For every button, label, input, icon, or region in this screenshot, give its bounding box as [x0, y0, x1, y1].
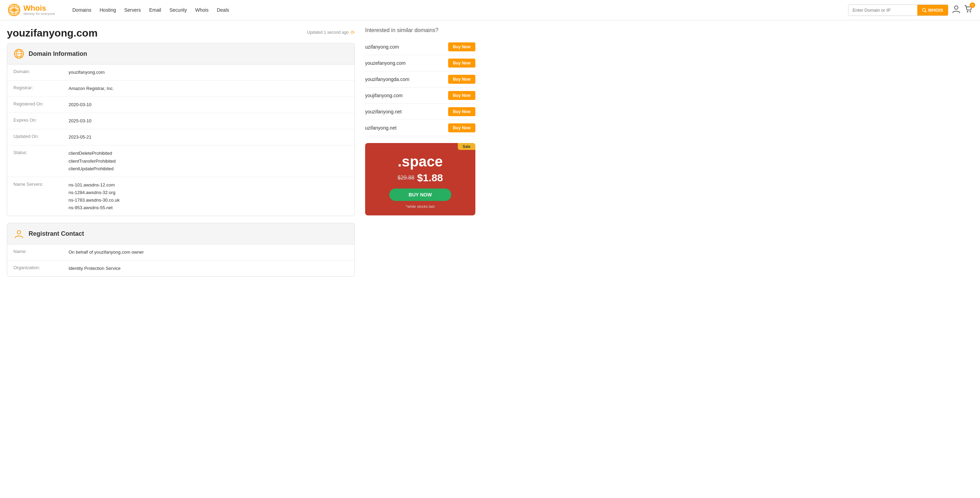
domain-info-field-5: Status: clientDeleteProhibitedclientTran…: [7, 145, 355, 177]
right-column: Interested in similar domains? uzifanyon…: [365, 27, 476, 284]
similar-domain-row-5: uzifanyong.net Buy Now: [365, 120, 476, 136]
logo-icon: [7, 3, 21, 17]
main-content: youzifanyong.com Updated 1 second ago ⟳: [0, 20, 482, 290]
svg-line-4: [925, 11, 926, 12]
account-icon-wrapper[interactable]: [952, 5, 961, 16]
field-label-domain: Domain:: [13, 69, 68, 74]
registrant-field-1: Organization: Identity Protection Servic…: [7, 260, 355, 276]
registrant-contact-card-header: Registrant Contact: [7, 223, 355, 244]
svg-point-5: [955, 6, 958, 9]
similar-domains-title: Interested in similar domains?: [365, 27, 476, 34]
updated-info: Updated 1 second ago ⟳: [307, 30, 355, 35]
buy-now-button-4[interactable]: Buy Now: [448, 107, 476, 116]
field-value-registered-on: 2020-03-10: [68, 101, 92, 109]
domain-info-field-3: Expires On: 2025-03-10: [7, 113, 355, 129]
sale-buy-button[interactable]: BUY NOW: [389, 188, 451, 201]
nav-deals[interactable]: Deals: [213, 5, 232, 15]
logo-brand-text: Whois: [24, 5, 55, 12]
field-value-org: Identity Protection Service: [68, 265, 121, 272]
page-title: youzifanyong.com: [7, 27, 97, 39]
nav-domains[interactable]: Domains: [69, 5, 95, 15]
field-label-updated-on: Updated On:: [13, 133, 68, 139]
domain-info-field-0: Domain: youzifanyong.com: [7, 64, 355, 81]
main-nav: Domains Hosting Servers Email Security W…: [69, 5, 841, 15]
similar-domain-row-0: uzifanyong.com Buy Now: [365, 39, 476, 55]
cart-icon-wrapper[interactable]: 0: [964, 5, 973, 16]
registrant-icon: [13, 228, 24, 239]
search-icon: [922, 8, 927, 13]
domain-info-field-6: Name Servers: ns-101.awsdns-12.comns-128…: [7, 177, 355, 216]
similar-domain-name-1: youzefanyong.com: [365, 60, 406, 66]
similar-domain-name-5: uzifanyong.net: [365, 125, 396, 131]
domain-info-title: Domain Information: [29, 50, 87, 57]
similar-domain-row-1: youzefanyong.com Buy Now: [365, 55, 476, 71]
svg-point-7: [970, 11, 971, 13]
registrant-contact-title: Registrant Contact: [29, 230, 84, 238]
buy-now-button-3[interactable]: Buy Now: [448, 91, 476, 100]
sale-note: *while stocks last: [372, 204, 468, 209]
registrant-contact-card: Registrant Contact Name: On behalf of yo…: [7, 223, 355, 277]
registrant-field-0: Name: On behalf of youzifanyong.com owne…: [7, 244, 355, 260]
updated-text: Updated 1 second ago: [307, 30, 348, 35]
field-label-org: Organization:: [13, 265, 68, 270]
sale-new-price: $1.88: [417, 172, 443, 184]
whois-search-label: WHOIS: [928, 8, 943, 13]
similar-domain-row-2: youzifanyongda.com Buy Now: [365, 71, 476, 88]
logo[interactable]: Whois Identity for everyone: [7, 3, 62, 17]
similar-domain-name-3: youjifanyong.com: [365, 93, 402, 98]
field-value-domain: youzifanyong.com: [68, 69, 105, 76]
buy-now-button-1[interactable]: Buy Now: [448, 59, 476, 67]
field-label-expires-on: Expires On:: [13, 117, 68, 123]
field-label-registered-on: Registered On:: [13, 101, 68, 107]
domain-info-field-1: Registrar: Amazon Registrar, Inc.: [7, 81, 355, 97]
similar-domain-name-0: uzifanyong.com: [365, 44, 399, 49]
similar-domain-row-3: youjifanyong.com Buy Now: [365, 88, 476, 104]
cart-badge: 0: [970, 2, 975, 8]
nav-email[interactable]: Email: [146, 5, 165, 15]
field-value-name: On behalf of youzifanyong.com owner: [68, 249, 144, 256]
svg-point-11: [17, 231, 21, 234]
logo-tagline: Identity for everyone: [24, 12, 55, 16]
field-value-status: clientDeleteProhibitedclientTransferProh…: [68, 150, 116, 172]
nav-servers[interactable]: Servers: [121, 5, 144, 15]
buy-now-button-0[interactable]: Buy Now: [448, 42, 476, 51]
field-label-registrar: Registrar:: [13, 85, 68, 90]
sale-tag: Sale: [458, 143, 476, 150]
domain-info-field-4: Updated On: 2023-05-21: [7, 129, 355, 145]
domain-info-card: Domain Information Domain: youzifanyong.…: [7, 43, 355, 216]
domain-info-icon: [13, 48, 24, 59]
whois-search-button[interactable]: WHOIS: [917, 5, 948, 16]
sale-tld: .space: [372, 153, 468, 170]
header: Whois Identity for everyone Domains Host…: [0, 0, 980, 20]
nav-hosting[interactable]: Hosting: [96, 5, 119, 15]
left-column: youzifanyong.com Updated 1 second ago ⟳: [7, 27, 355, 284]
account-icon: [952, 5, 961, 13]
field-value-registrar: Amazon Registrar, Inc.: [68, 85, 114, 93]
field-value-name-servers: ns-101.awsdns-12.comns-1284.awsdns-32.or…: [68, 181, 119, 212]
buy-now-button-2[interactable]: Buy Now: [448, 75, 476, 84]
similar-domain-row-4: youzifanyong.net Buy Now: [365, 104, 476, 120]
refresh-icon[interactable]: ⟳: [351, 30, 355, 35]
field-label-name-servers: Name Servers:: [13, 181, 68, 187]
domain-info-card-header: Domain Information: [7, 43, 355, 64]
field-value-updated-on: 2023-05-21: [68, 133, 92, 141]
similar-domain-name-4: youzifanyong.net: [365, 109, 402, 115]
header-right: WHOIS 0: [848, 5, 973, 16]
nav-whois[interactable]: Whois: [192, 5, 212, 15]
sale-banner: Sale .space $29.88 $1.88 BUY NOW *while …: [365, 143, 476, 215]
field-value-expires-on: 2025-03-10: [68, 117, 92, 125]
buy-now-button-5[interactable]: Buy Now: [448, 123, 476, 132]
domain-info-field-2: Registered On: 2020-03-10: [7, 97, 355, 113]
title-row: youzifanyong.com Updated 1 second ago ⟳: [7, 27, 355, 42]
field-label-name: Name:: [13, 249, 68, 254]
search-bar: WHOIS: [848, 5, 948, 16]
sale-old-price: $29.88: [398, 175, 414, 181]
field-label-status: Status:: [13, 150, 68, 155]
nav-security[interactable]: Security: [166, 5, 191, 15]
search-input[interactable]: [848, 5, 917, 16]
similar-domain-name-2: youzifanyongda.com: [365, 77, 409, 82]
svg-point-6: [967, 11, 968, 13]
sale-price-row: $29.88 $1.88: [372, 172, 468, 184]
